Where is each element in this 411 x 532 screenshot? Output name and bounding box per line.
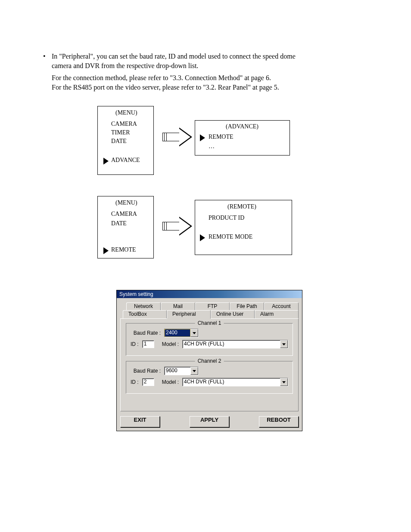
label-id: ID : bbox=[131, 379, 139, 385]
label-id: ID : bbox=[131, 341, 139, 347]
flow2-remote-item1: PRODUCT ID bbox=[209, 215, 244, 221]
tab-alarm[interactable]: Alarm bbox=[255, 310, 299, 318]
tab-file-path[interactable]: File Path bbox=[230, 302, 264, 311]
combo-value: 4CH DVR (FULL) bbox=[183, 378, 280, 386]
group-legend-ch2: Channel 2 bbox=[195, 358, 224, 364]
tabs: Network Mail FTP File Path Account ToolB… bbox=[120, 302, 299, 411]
label-baud-rate: Baud Rate : bbox=[131, 330, 161, 336]
flow2-remote-tri-icon bbox=[200, 234, 205, 241]
instr-line4: For the RS485 port on the video server, … bbox=[52, 83, 362, 92]
input-id-ch1[interactable]: 1 bbox=[142, 340, 154, 348]
instr-line1: In "Peripheral", you can set the baud ra… bbox=[52, 52, 362, 61]
flow2-menu-tri-icon bbox=[103, 247, 109, 254]
flow2-remote-item2: REMOTE MODE bbox=[209, 233, 252, 240]
combo-baud-rate-ch2[interactable]: 9600 bbox=[164, 367, 199, 375]
arrow-right-icon bbox=[162, 128, 197, 146]
flow2-menu-item2: DATE bbox=[111, 220, 127, 227]
combo-value: 4CH DVR (FULL) bbox=[183, 340, 280, 348]
combo-model-ch1[interactable]: 4CH DVR (FULL) bbox=[182, 340, 288, 348]
tab-account[interactable]: Account bbox=[264, 302, 299, 311]
exit-button[interactable]: EXIT bbox=[120, 416, 160, 427]
flow2-remote-title: (REMOTE) bbox=[227, 203, 256, 210]
chevron-down-icon[interactable] bbox=[280, 340, 288, 348]
group-channel-2: Channel 2 Baud Rate : 9600 ID : 2 Model … bbox=[126, 361, 293, 394]
flow2-menu-item3: REMOTE bbox=[111, 246, 136, 253]
flow2-menu-item1: CAMERA bbox=[111, 211, 137, 218]
reboot-button[interactable]: REBOOT bbox=[259, 416, 299, 427]
label-model: Model : bbox=[162, 379, 179, 385]
tab-row-front: ToolBox Peripheral Online User Alarm bbox=[120, 310, 299, 319]
arrow-right-icon bbox=[162, 217, 197, 236]
chevron-down-icon[interactable] bbox=[190, 367, 198, 375]
instr-line3: For the connection method, please refer … bbox=[52, 73, 362, 83]
chevron-down-icon[interactable] bbox=[280, 378, 288, 386]
flow1-menu-item3: DATE bbox=[111, 138, 127, 145]
combo-value: 9600 bbox=[165, 367, 190, 375]
group-legend-ch1: Channel 1 bbox=[195, 320, 224, 326]
apply-button[interactable]: APPLY bbox=[190, 416, 229, 427]
tab-peripheral[interactable]: Peripheral bbox=[167, 310, 211, 319]
group-channel-1: Channel 1 Baud Rate : 2400 ID : 1 Model … bbox=[126, 323, 293, 356]
system-setting-dialog: System setting Network Mail FTP File Pat… bbox=[116, 290, 302, 431]
chevron-down-icon[interactable] bbox=[190, 329, 198, 337]
flow1-menu-item2: TIMER bbox=[111, 129, 130, 136]
tab-online-user[interactable]: Online User bbox=[211, 310, 255, 318]
tab-mail[interactable]: Mail bbox=[161, 302, 195, 311]
flow2-menu-title: (MENU) bbox=[115, 199, 137, 206]
tab-ftp[interactable]: FTP bbox=[195, 302, 230, 311]
tab-page-peripheral: Channel 1 Baud Rate : 2400 ID : 1 Model … bbox=[120, 318, 299, 411]
tab-row-back: Network Mail FTP File Path Account bbox=[120, 302, 299, 311]
bullet: • bbox=[43, 52, 46, 61]
combo-value: 2400 bbox=[165, 329, 190, 337]
dialog-title: System setting bbox=[117, 290, 302, 298]
flow1-advance-item1: REMOTE bbox=[209, 134, 234, 140]
label-model: Model : bbox=[162, 341, 179, 347]
combo-model-ch2[interactable]: 4CH DVR (FULL) bbox=[182, 378, 288, 386]
instr-line2: camera and DVR from the respective drop-… bbox=[52, 61, 362, 71]
flow1-advance-title: (ADVANCE) bbox=[226, 123, 258, 130]
flow1-menu-title: (MENU) bbox=[115, 109, 137, 116]
flow1-menu-tri-icon bbox=[103, 158, 109, 165]
combo-baud-rate-ch1[interactable]: 2400 bbox=[164, 329, 199, 337]
input-id-ch2[interactable]: 2 bbox=[142, 378, 154, 386]
tab-network[interactable]: Network bbox=[126, 302, 161, 311]
flow1-menu-item1: CAMERA bbox=[111, 121, 137, 128]
label-baud-rate: Baud Rate : bbox=[131, 368, 161, 374]
flow1-advance-tri-icon bbox=[200, 134, 205, 141]
tab-toolbox[interactable]: ToolBox bbox=[123, 310, 167, 318]
flow1-menu-item4: ADVANCE bbox=[111, 157, 140, 164]
flow1-advance-item2: … bbox=[209, 143, 215, 150]
